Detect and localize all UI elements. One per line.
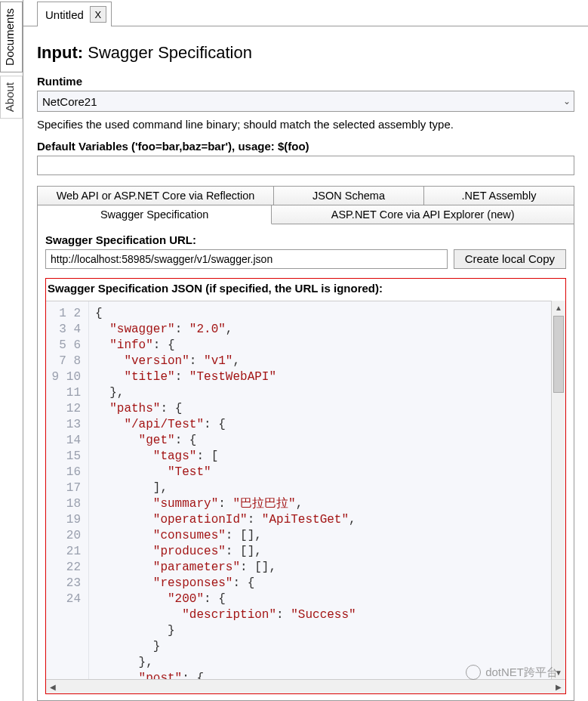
swagger-url-input[interactable] — [45, 249, 448, 269]
editor-code[interactable]: { "swagger": "2.0", "info": { "version":… — [89, 301, 356, 679]
scroll-thumb[interactable] — [553, 316, 564, 393]
create-local-copy-button[interactable]: Create local Copy — [454, 249, 566, 269]
swagger-json-editor[interactable]: 1 2 3 4 5 6 7 8 9 10 11 12 13 14 15 16 1… — [46, 301, 551, 679]
tab-aspnet-api-explorer[interactable]: ASP.NET Core via API Explorer (new) — [272, 205, 574, 224]
tab-web-api-reflection[interactable]: Web API or ASP.NET Core via Reflection — [38, 187, 274, 205]
vertical-scrollbar[interactable]: ▲ ▼ — [551, 301, 565, 679]
inner-tabcontrol: Web API or ASP.NET Core via Reflection J… — [37, 186, 574, 224]
scroll-down-icon[interactable]: ▼ — [552, 665, 565, 679]
runtime-label: Runtime — [37, 75, 574, 88]
tab-swagger-specification[interactable]: Swagger Specification — [38, 205, 272, 224]
scroll-left-icon[interactable]: ◀ — [46, 680, 60, 693]
scroll-right-icon[interactable]: ▶ — [552, 680, 565, 693]
left-tab-documents[interactable]: Documents — [0, 2, 23, 73]
editor-gutter: 1 2 3 4 5 6 7 8 9 10 11 12 13 14 15 16 1… — [46, 301, 89, 679]
document-tabbar: Untitled X — [23, 0, 588, 26]
default-vars-input[interactable] — [37, 156, 574, 175]
horizontal-scrollbar[interactable]: ◀ ▶ — [46, 679, 565, 693]
left-tab-about[interactable]: About — [0, 76, 23, 119]
swagger-json-label: Swagger Specification JSON (if specified… — [46, 279, 565, 301]
page-title-label: Input: — [37, 43, 83, 62]
page-title-value: Swagger Specification — [88, 43, 252, 62]
tab-json-schema[interactable]: JSON Schema — [274, 187, 424, 205]
close-tab-button[interactable]: X — [90, 6, 106, 23]
page-title: Input: Swagger Specification — [37, 43, 574, 63]
tab-net-assembly[interactable]: .NET Assembly — [424, 187, 574, 205]
runtime-select-value: NetCore21 — [42, 95, 97, 108]
swagger-url-label: Swagger Specification URL: — [45, 233, 566, 246]
chevron-down-icon: ⌄ — [563, 96, 571, 107]
document-tab-untitled[interactable]: Untitled X — [37, 2, 112, 26]
default-vars-label: Default Variables ('foo=bar,baz=bar'), u… — [37, 140, 574, 153]
document-tab-title: Untitled — [45, 8, 84, 21]
runtime-select[interactable]: NetCore21 ⌄ — [37, 91, 574, 112]
runtime-hint: Specifies the used command line binary; … — [37, 118, 574, 131]
scroll-up-icon[interactable]: ▲ — [552, 301, 565, 314]
